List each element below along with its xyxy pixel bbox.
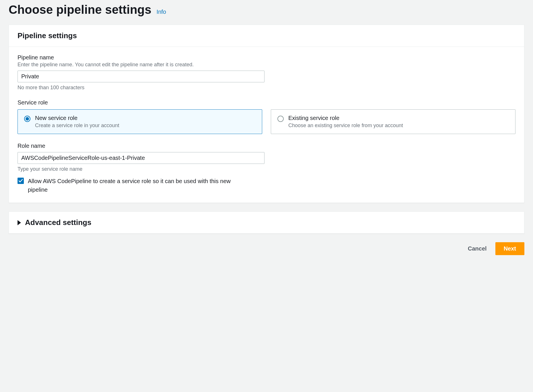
check-icon xyxy=(18,178,23,183)
pipeline-name-input[interactable] xyxy=(18,71,264,82)
advanced-settings-toggle[interactable]: Advanced settings xyxy=(9,212,524,233)
pipeline-name-group: Pipeline name Enter the pipeline name. Y… xyxy=(18,54,515,91)
tile-desc: Create a service role in your account xyxy=(35,123,119,129)
tile-existing-service-role[interactable]: Existing service role Choose an existing… xyxy=(271,109,515,134)
pipeline-name-label: Pipeline name xyxy=(18,54,515,61)
tile-text: Existing service role Choose an existing… xyxy=(288,115,403,129)
advanced-settings-panel: Advanced settings xyxy=(9,211,524,234)
info-link[interactable]: Info xyxy=(157,9,166,15)
page-title: Choose pipeline settings xyxy=(9,3,151,17)
advanced-settings-title: Advanced settings xyxy=(25,218,91,227)
role-name-input[interactable] xyxy=(18,152,264,164)
service-role-tiles: New service role Create a service role i… xyxy=(18,109,515,134)
radio-icon xyxy=(24,116,30,122)
role-name-label: Role name xyxy=(18,143,515,149)
tile-desc: Choose an existing service role from you… xyxy=(288,123,403,129)
panel-body: Pipeline name Enter the pipeline name. Y… xyxy=(9,47,524,203)
tile-title: Existing service role xyxy=(288,115,403,121)
tile-new-service-role[interactable]: New service role Create a service role i… xyxy=(18,109,262,134)
allow-create-role-row: Allow AWS CodePipeline to create a servi… xyxy=(18,177,515,194)
allow-create-role-checkbox[interactable] xyxy=(18,178,24,184)
pipeline-settings-panel: Pipeline settings Pipeline name Enter th… xyxy=(9,25,524,203)
pipeline-name-help: Enter the pipeline name. You cannot edit… xyxy=(18,62,515,68)
next-button[interactable]: Next xyxy=(495,242,524,255)
caret-right-icon xyxy=(18,220,21,225)
radio-icon xyxy=(277,116,284,122)
tile-title: New service role xyxy=(35,115,119,121)
service-role-label: Service role xyxy=(18,99,515,106)
wizard-footer: Cancel Next xyxy=(9,242,524,255)
panel-header: Pipeline settings xyxy=(9,25,524,47)
cancel-button[interactable]: Cancel xyxy=(466,242,489,255)
tile-text: New service role Create a service role i… xyxy=(35,115,119,129)
role-name-help: Type your service role name xyxy=(18,166,515,172)
panel-title: Pipeline settings xyxy=(18,31,515,40)
service-role-group: Service role New service role Create a s… xyxy=(18,99,515,134)
pipeline-name-constraint: No more than 100 characters xyxy=(18,85,515,91)
allow-create-role-label: Allow AWS CodePipeline to create a servi… xyxy=(28,177,252,194)
role-name-group: Role name Type your service role name Al… xyxy=(18,143,515,194)
page-header: Choose pipeline settings Info xyxy=(9,3,524,17)
